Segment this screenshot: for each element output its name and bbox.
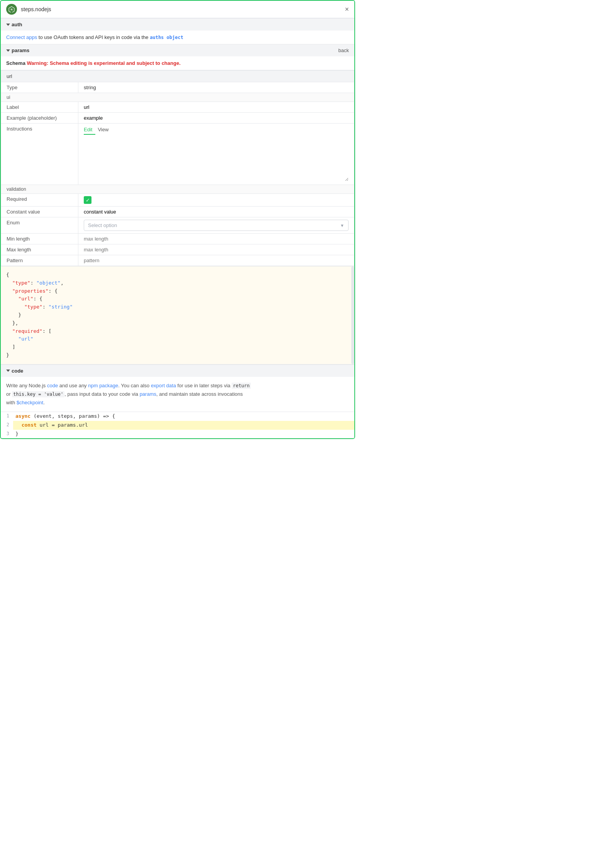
label-row: Label [1,102,354,113]
json-line-2: "type": "object", [6,279,344,287]
auth-section-header[interactable]: auth [1,18,354,31]
label-value[interactable] [78,102,354,113]
json-line-1: { [6,271,344,279]
code-line-1: 1 async (event, steps, params) => { [1,412,354,421]
nodejs-icon: N [6,4,17,15]
min-length-row: Min length [1,234,354,244]
line-content-2: const url = params.url [13,421,354,430]
enum-value: Select option ▼ [78,217,354,234]
close-button[interactable]: × [345,6,349,13]
enum-select[interactable]: Select option ▼ [84,220,349,231]
json-block: { "type": "object", "properties": { "url… [1,266,354,364]
label-label: Label [1,102,78,113]
params-triangle-icon [6,49,10,52]
ui-label-row: ui [1,93,354,102]
json-line-3: "properties": { [6,287,344,295]
triangle-icon [6,24,10,26]
auth-header-title: auth [6,22,22,27]
return-code: return [232,383,251,389]
pattern-value[interactable] [78,255,354,266]
connect-apps-link[interactable]: Connect apps [6,34,37,40]
window-title: steps.nodejs [21,6,51,12]
example-row: Example (placeholder) [1,113,354,124]
code-description: Write any Node.js code and use any npm p… [1,377,354,412]
schema-warning-text: Warning: Schema editing is experimental … [27,60,181,66]
instructions-tabs: Edit View [84,126,349,135]
tab-edit[interactable]: Edit [84,126,95,135]
min-length-input[interactable] [84,236,349,242]
schema-table: url Type string ui Label Example (placeh… [1,70,354,266]
code-line-2: 2 const url = params.url [1,421,354,430]
constant-input[interactable] [84,209,349,215]
auth-content: Connect apps to use OAuth tokens and API… [1,31,354,44]
line-num-3: 3 [1,430,13,437]
validation-label-row: validation [1,185,354,194]
min-length-value[interactable] [78,234,354,244]
line-num-2: 2 [1,421,13,429]
pattern-input[interactable] [84,258,349,263]
validation-label: validation [1,185,354,194]
code-editor: 1 async (event, steps, params) => { 2 co… [1,412,354,438]
params-header-title: params [6,47,29,53]
json-line-11: } [6,351,344,359]
type-value: string [78,82,354,93]
json-line-10: ] [6,343,344,351]
label-input[interactable] [84,104,349,110]
example-label: Example (placeholder) [1,113,78,124]
window-header: N steps.nodejs × [1,1,354,18]
json-line-8: "required": [ [6,327,344,336]
select-placeholder: Select option [88,222,117,228]
header-left: N steps.nodejs [6,4,51,15]
export-link[interactable]: export data [151,383,176,388]
auth-description-middle: to use OAuth tokens and API keys in code… [37,34,150,40]
line-num-1: 1 [1,412,13,420]
type-row: Type string [1,82,354,93]
scrollbar[interactable] [351,266,354,364]
code-header-title: code [6,368,23,374]
this-key-code: this.key = 'value' [12,391,64,397]
line-content-1: async (event, steps, params) => { [13,412,354,421]
required-value: ✓ [78,194,354,207]
json-line-5: "type": "string" [6,303,344,311]
pattern-row: Pattern [1,255,354,266]
field-name-cell: url [1,71,354,82]
json-line-4: "url": { [6,295,344,303]
back-button[interactable]: back [339,47,349,53]
code-line-3: 3 } [1,430,354,439]
code-triangle-icon [6,370,10,372]
enum-row: Enum Select option ▼ [1,217,354,234]
type-label: Type [1,82,78,93]
svg-text:N: N [10,8,12,11]
max-length-value[interactable] [78,244,354,255]
pattern-label: Pattern [1,255,78,266]
npm-link[interactable]: npm package [88,383,118,388]
json-line-9: "url" [6,335,344,343]
constant-label: Constant value [1,207,78,217]
params-section-header[interactable]: params back [1,44,354,56]
params-link[interactable]: params [140,391,156,397]
json-line-7: }, [6,319,344,327]
example-input[interactable] [84,115,349,121]
select-arrow-icon: ▼ [340,223,344,228]
required-label: Required [1,194,78,207]
instructions-textarea[interactable] [84,135,349,181]
schema-label: Schema [6,60,25,66]
max-length-row: Max length [1,244,354,255]
code-section-header[interactable]: code [1,364,354,377]
ui-label: ui [1,93,354,102]
code-link[interactable]: code [47,383,58,388]
max-length-label: Max length [1,244,78,255]
max-length-input[interactable] [84,247,349,253]
tab-view[interactable]: View [98,126,112,135]
field-name-row: url [1,71,354,82]
checkpoint-link[interactable]: $checkpoint [17,400,43,405]
constant-value[interactable] [78,207,354,217]
required-checkbox[interactable]: ✓ [84,196,91,204]
instructions-label: Instructions [1,124,78,185]
min-length-label: Min length [1,234,78,244]
json-line-6: } [6,311,344,319]
example-value[interactable] [78,113,354,124]
line-content-3: } [13,430,354,439]
required-row: Required ✓ [1,194,354,207]
instructions-value: Edit View [78,124,354,185]
